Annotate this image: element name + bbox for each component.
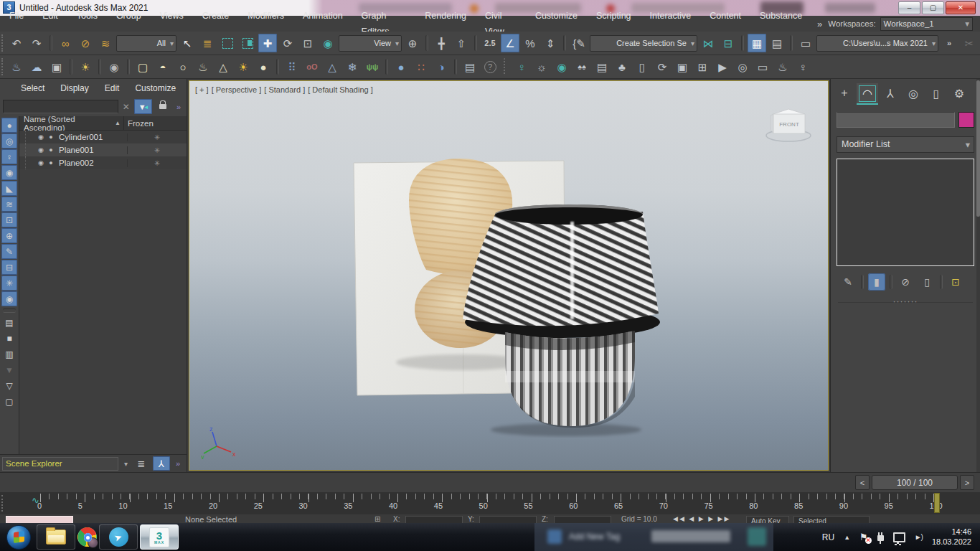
object-name-field[interactable] — [837, 112, 955, 128]
column-header-frozen[interactable]: Frozen — [123, 116, 187, 130]
trackbar-drag-handle[interactable] — [1, 495, 3, 512]
transform-lock-icon[interactable]: ⊞ — [374, 515, 380, 523]
tab-modify[interactable]: ◠ — [857, 83, 878, 105]
filter-containers-icon[interactable]: ⊟ — [1, 260, 17, 275]
panel-scrollbar[interactable] — [976, 79, 980, 472]
close-button[interactable]: ✕ — [946, 1, 976, 14]
filter-funnel-icon[interactable]: ▽ — [1, 378, 17, 393]
start-button[interactable] — [3, 524, 34, 550]
lit-dome-icon[interactable]: ◓ — [154, 57, 172, 76]
daylight-icon[interactable]: ☼ — [532, 57, 551, 76]
taskbar-chrome-button[interactable] — [77, 527, 97, 547]
scene-object-row[interactable]: ◉ ● Plane001 ✳ — [19, 143, 187, 156]
trees-icon[interactable]: ♠♠ — [573, 57, 591, 76]
toggle-ribbon-icon[interactable]: ▭ — [796, 34, 815, 52]
video-playback-icon[interactable]: ▶ — [713, 57, 732, 76]
lock-icon[interactable] — [155, 100, 171, 114]
network-icon[interactable] — [893, 532, 905, 542]
select-and-move-icon[interactable]: ✚ — [258, 34, 277, 52]
toggle-layer-explorer-icon[interactable]: ▤ — [768, 34, 786, 52]
snowflake-object-icon[interactable]: ❄ — [343, 57, 362, 76]
filter-geometry-icon[interactable]: ● — [1, 118, 17, 133]
time-slider-grip[interactable]: 100 / 100 — [872, 475, 958, 490]
color-dots-icon[interactable]: ∷ — [412, 57, 430, 76]
select-and-scale-icon[interactable]: ⊡ — [298, 34, 317, 52]
project-folder-dropdown[interactable]: C:\Users\u...s Max 2021 — [816, 35, 938, 52]
toolbar-drag-handle[interactable] — [1, 34, 5, 52]
particle-array-icon[interactable]: ⠿ — [283, 57, 301, 76]
select-and-place-icon[interactable]: ◉ — [319, 34, 337, 52]
scene-object-row[interactable]: ◉ ● Plane002 ✳ — [19, 156, 187, 169]
filter-groups-icon[interactable]: ⊡ — [1, 212, 17, 227]
visibility-eye-icon[interactable]: ◉ — [36, 146, 46, 154]
clipboard-icon[interactable]: ▤ — [461, 57, 479, 76]
filter-helpers-icon[interactable]: ◣ — [1, 181, 17, 196]
make-unique-icon[interactable]: ⊘ — [897, 273, 914, 291]
explorer-menu-item[interactable]: Edit — [97, 83, 128, 93]
x-coordinate-field[interactable] — [405, 516, 463, 523]
keyboard-shortcut-override-icon[interactable]: ⇧ — [452, 34, 471, 52]
civil-light-icon[interactable]: ♀ — [512, 57, 531, 76]
modifier-stack[interactable] — [837, 159, 974, 266]
reference-coordinate-system-dropdown[interactable]: View — [339, 35, 402, 52]
visibility-eye-icon[interactable]: ◉ — [36, 159, 46, 166]
display-none-icon[interactable]: ▤ — [1, 315, 17, 330]
transport-controls[interactable]: ◀◀ ◀ ▶ ▶ ▶▶ — [673, 515, 730, 522]
playhead-marker[interactable] — [934, 493, 940, 513]
spinner-snap-toggle-icon[interactable]: ⇕ — [541, 34, 560, 52]
civil-camera-icon[interactable]: ◉ — [552, 57, 571, 76]
volume-icon[interactable]: ►) — [915, 533, 923, 541]
workspace-dropdown[interactable]: Workspace_1 — [880, 17, 973, 31]
action-center-flag-icon[interactable]: ⚑ — [859, 532, 868, 542]
next-frame-button[interactable]: > — [960, 475, 974, 490]
explorer-overflow-chevron[interactable]: » — [174, 103, 184, 111]
minimize-button[interactable]: – — [898, 1, 920, 14]
explorer-selector-dropdown[interactable]: Scene Explorer — [2, 457, 118, 471]
advanced-filter-icon[interactable]: ▼ — [1, 362, 17, 377]
footer-overflow-chevron[interactable]: » — [173, 459, 183, 468]
viewport-pov-menu[interactable]: [ Perspective ] — [212, 85, 262, 94]
lit-teapot-icon[interactable]: ♨ — [194, 57, 212, 76]
grass-icon[interactable]: ψψ — [363, 57, 382, 76]
add-camera-icon[interactable]: ◎ — [733, 57, 752, 76]
angle-snap-toggle-icon[interactable]: ∠ — [501, 34, 519, 52]
taskbar-3dsmax-button[interactable]: 3MAX — [140, 524, 179, 550]
explorer-menu-item[interactable]: Select — [13, 83, 52, 93]
lamp-model[interactable] — [463, 204, 660, 436]
modifier-list-dropdown[interactable]: Modifier List — [837, 136, 974, 153]
tab-display[interactable]: ▯ — [925, 83, 947, 103]
sunlight-icon[interactable]: ☀ — [234, 57, 253, 76]
filter-shapes-icon[interactable]: ◎ — [1, 133, 17, 149]
bulb-outline-icon[interactable]: ♀ — [793, 57, 812, 76]
viewport-shading-menu[interactable]: [ Default Shading ] — [308, 85, 373, 94]
lit-oval-icon[interactable]: ○ — [174, 57, 192, 76]
object-dot-icon[interactable]: ● — [46, 159, 56, 166]
viewport[interactable]: [ + ] [ Perspective ] [ Standard ] [ Def… — [187, 79, 830, 472]
power-plug-icon[interactable] — [877, 535, 884, 541]
menu-overflow-chevron[interactable]: » — [811, 19, 828, 29]
filter-hidden-icon[interactable]: ◉ — [1, 291, 17, 306]
percent-snap-toggle-icon[interactable]: % — [521, 34, 540, 52]
compound-spheres-icon[interactable]: oO — [303, 57, 321, 76]
language-indicator[interactable]: RU — [822, 532, 834, 542]
viewport-general-menu[interactable]: [ + ] — [195, 85, 209, 94]
lit-cone-icon[interactable]: △ — [214, 57, 232, 76]
bind-to-space-warp-icon[interactable]: ≋ — [96, 34, 115, 52]
align-icon[interactable]: ⊟ — [719, 34, 738, 52]
toggle-scene-explorer-icon[interactable]: ▦ — [748, 34, 766, 52]
pylon-icon[interactable]: △ — [323, 57, 341, 76]
filter-frozen-icon[interactable]: ✳ — [1, 276, 17, 291]
unlink-selection-icon[interactable]: ⊘ — [76, 34, 95, 52]
snaps-toggle-icon[interactable]: 2.5 — [481, 34, 499, 52]
time-slider[interactable]: < 100 / 100 > — [0, 472, 980, 494]
taskbar-explorer-button[interactable] — [37, 524, 75, 550]
render-production-icon[interactable]: ♨ — [7, 57, 26, 76]
container-box-icon[interactable]: ▢ — [1, 394, 17, 409]
filter-xrefs-icon[interactable]: ⊕ — [1, 228, 17, 243]
select-and-manipulate-icon[interactable]: ╋ — [432, 34, 451, 52]
scene-canvas[interactable] — [189, 81, 829, 470]
tree-page-icon[interactable]: ▯ — [633, 57, 651, 76]
photo-stack-icon[interactable]: ▣ — [673, 57, 692, 76]
object-dot-icon[interactable]: ● — [46, 146, 56, 154]
window-crossing-icon[interactable] — [238, 34, 257, 52]
